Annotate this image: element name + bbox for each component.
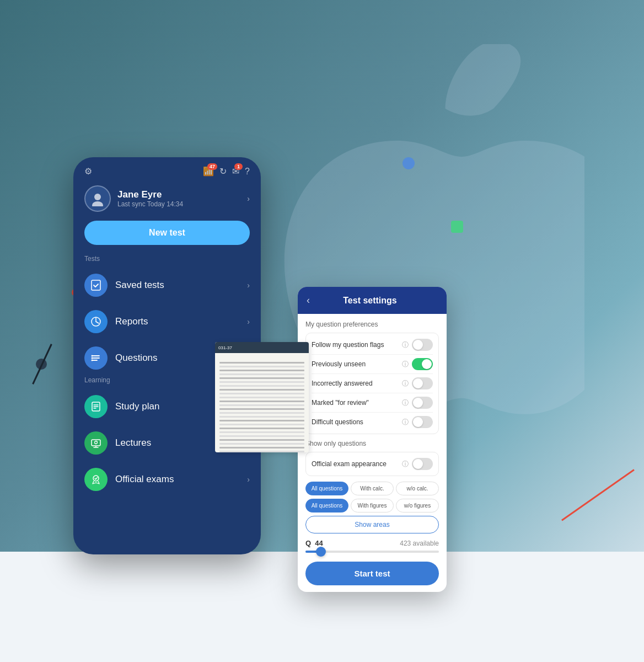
official-exam-toggle[interactable]: [412, 458, 433, 470]
saved-tests-label: Saved tests: [115, 280, 239, 291]
official-exams-label: Official exams: [115, 474, 239, 485]
svg-rect-2: [92, 280, 100, 290]
saved-tests-icon: [84, 274, 108, 297]
section1-title: My question preferences: [305, 321, 439, 328]
phone-top-header: ⚙ 📶 47 ↻ ✉ 1 ?: [73, 157, 261, 181]
show-only-box: Official exam appearance ⓘ: [305, 452, 439, 476]
avatar: [84, 185, 111, 212]
toggle-row-marked-review: Marked "for review" ⓘ: [312, 393, 433, 413]
calc-all-btn[interactable]: All questions: [305, 482, 348, 495]
svg-rect-14: [92, 440, 100, 446]
figures-button-group: All questions With figures w/o figures: [305, 499, 439, 512]
panel-header: ‹ Test settings: [298, 287, 447, 314]
svg-point-7: [92, 355, 93, 357]
preferences-toggles-box: Follow my question flags ⓘ Previously un…: [305, 333, 439, 434]
panel-title: Test settings: [315, 296, 425, 306]
figures-with-btn[interactable]: With figures: [351, 499, 394, 512]
show-areas-button[interactable]: Show areas: [305, 516, 439, 533]
slider-track: [305, 551, 439, 553]
document-paper: 031-37: [215, 342, 309, 452]
svg-point-9: [92, 360, 93, 361]
start-test-button[interactable]: Start test: [305, 562, 439, 585]
q-label: Q 44: [305, 539, 323, 547]
lectures-icon: [84, 431, 108, 455]
incorrectly-answered-info: ⓘ: [402, 379, 409, 388]
mail-badge-container: ✉ 1: [232, 166, 239, 177]
section2-title: Show only questions: [305, 440, 439, 447]
svg-point-1: [92, 201, 103, 206]
sync-icon[interactable]: ↻: [219, 166, 227, 177]
figures-all-btn[interactable]: All questions: [305, 499, 348, 512]
wifi-badge: 47: [207, 163, 217, 170]
svg-point-8: [92, 357, 93, 359]
user-row[interactable]: Jane Eyre Last sync Today 14:34 ›: [73, 181, 261, 221]
study-plan-icon: [84, 395, 108, 418]
reports-chevron: ›: [247, 317, 250, 326]
toggle-row-previously-unseen: Previously unseen ⓘ: [312, 355, 433, 374]
toggle-row-incorrectly-answered: Incorrectly answered ⓘ: [312, 374, 433, 393]
marked-review-info: ⓘ: [402, 398, 409, 408]
new-test-button[interactable]: New test: [84, 221, 250, 245]
previously-unseen-label: Previously unseen: [312, 360, 402, 368]
official-exam-label: Official exam appearance: [312, 460, 402, 468]
difficult-info: ⓘ: [402, 418, 409, 427]
user-sync-text: Last sync Today 14:34: [117, 200, 240, 208]
follow-flags-info: ⓘ: [402, 340, 409, 350]
tests-section-label: Tests: [73, 255, 261, 267]
q-count-row: Q 44 423 available: [305, 539, 439, 547]
incorrectly-answered-label: Incorrectly answered: [312, 380, 402, 387]
calc-button-group: All questions With calc. w/o calc.: [305, 482, 439, 495]
test-settings-panel: ‹ Test settings My question preferences …: [298, 287, 447, 592]
q-slider-container: [305, 551, 439, 553]
marked-review-toggle[interactable]: [412, 397, 433, 409]
questions-icon: [84, 346, 108, 370]
slider-thumb[interactable]: [316, 547, 326, 557]
panel-body: My question preferences Follow my questi…: [298, 314, 447, 592]
back-button[interactable]: ‹: [307, 295, 310, 306]
q-available: 423 available: [400, 540, 439, 547]
difficult-toggle[interactable]: [412, 416, 433, 428]
wifi-badge-container: 📶 47: [203, 166, 214, 177]
reports-icon: [84, 310, 108, 333]
mail-badge: 1: [234, 163, 243, 170]
user-info: Jane Eyre Last sync Today 14:34: [117, 189, 240, 208]
calc-without-btn[interactable]: w/o calc.: [396, 482, 439, 495]
saved-tests-chevron: ›: [247, 281, 250, 290]
svg-point-18: [93, 476, 99, 481]
toggle-row-difficult: Difficult questions ⓘ: [312, 413, 433, 431]
calc-with-btn[interactable]: With calc.: [351, 482, 394, 495]
toggle-row-official-exam: Official exam appearance ⓘ: [312, 455, 433, 473]
q-value: 44: [315, 539, 323, 547]
incorrectly-answered-toggle[interactable]: [412, 377, 433, 389]
toggle-row-follow-flags: Follow my question flags ⓘ: [312, 335, 433, 355]
figures-without-btn[interactable]: w/o figures: [396, 499, 439, 512]
official-exams-chevron: ›: [247, 475, 250, 484]
marked-review-label: Marked "for review": [312, 399, 402, 407]
menu-item-official-exams[interactable]: Official exams ›: [73, 461, 261, 498]
svg-point-0: [94, 194, 101, 200]
svg-point-17: [95, 441, 98, 444]
reports-label: Reports: [115, 316, 239, 327]
difficult-label: Difficult questions: [312, 418, 402, 426]
menu-item-saved-tests[interactable]: Saved tests ›: [73, 267, 261, 303]
previously-unseen-toggle[interactable]: [412, 358, 433, 370]
menu-item-reports[interactable]: Reports ›: [73, 303, 261, 340]
help-icon[interactable]: ?: [245, 167, 250, 177]
official-exam-info: ⓘ: [402, 460, 409, 469]
follow-flags-label: Follow my question flags: [312, 341, 402, 349]
official-exams-icon: [84, 468, 108, 491]
previously-unseen-info: ⓘ: [402, 360, 409, 369]
user-name: Jane Eyre: [117, 189, 240, 200]
user-chevron: ›: [247, 194, 250, 203]
settings-icon[interactable]: ⚙: [84, 166, 92, 177]
follow-flags-toggle[interactable]: [412, 339, 433, 351]
